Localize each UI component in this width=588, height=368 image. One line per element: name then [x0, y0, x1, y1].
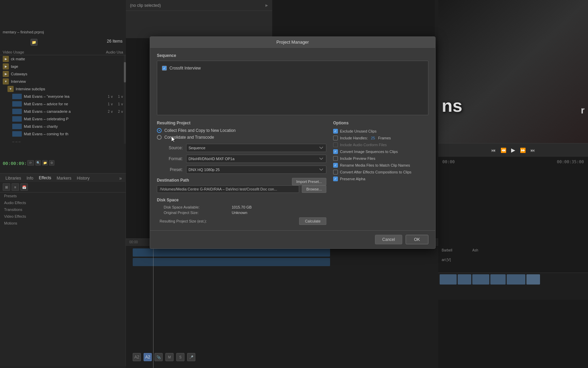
effects-list-item-video[interactable]: Video Effects: [0, 213, 126, 220]
opt-preserve-alpha: Preserve Alpha: [333, 177, 428, 181]
timeline-bottom-controls: A2 A2 📎 M S 🎤: [133, 353, 195, 361]
step-fwd-btn[interactable]: ⏩: [520, 148, 526, 153]
clip-item-advice[interactable]: Matt Evans – advice for ne 1 ∨ 1 ∨: [0, 100, 126, 108]
preset-row: Preset: DNX HQ 1080p 25: [157, 166, 326, 174]
folder-list: ▶ ck matte ▶ tage ▶ Cutaways ▼ Interview…: [0, 55, 126, 145]
folder-item-interview[interactable]: ▼ Interview: [0, 78, 126, 85]
format-row: Format: DNxHR/DNxHD MXF OP1a: [157, 155, 326, 163]
opt-handles-value: 25: [371, 136, 375, 140]
clip-label: Matt Evans – advice for ne: [24, 102, 103, 106]
opt-include-handles: Include Handles: 25 Frames: [333, 136, 428, 140]
original-size-label: Original Project Size:: [164, 211, 232, 215]
no-clip-arrow[interactable]: ▶: [265, 3, 268, 7]
step-back-btn[interactable]: ⏪: [501, 148, 506, 153]
effects-list-item-trans[interactable]: Transitions: [0, 206, 126, 213]
new-bin-icon[interactable]: 📁: [31, 39, 37, 46]
format-label: Format:: [162, 156, 186, 161]
timeline-btn-1[interactable]: ⟳: [27, 160, 34, 166]
opt-image-checkbox[interactable]: [333, 149, 338, 154]
playhead: [153, 246, 153, 368]
original-size-row: Original Project Size: Unknown: [157, 211, 326, 215]
clip-block: [526, 274, 540, 285]
tab-history[interactable]: History: [74, 174, 92, 183]
subfolder-item-subclips[interactable]: ▼ Interview subclips: [0, 85, 126, 93]
opt-image-label: Convert Image Sequences to Clips: [340, 150, 398, 154]
clip-block: [440, 274, 457, 285]
tab-effects[interactable]: Effects: [36, 173, 54, 183]
tab-markers[interactable]: Markers: [54, 174, 74, 183]
format-select[interactable]: DNxHR/DNxHD MXF OP1a: [186, 155, 326, 163]
disk-available-value: 1015.70 GB: [232, 205, 252, 209]
opt-alpha-checkbox[interactable]: [333, 177, 338, 181]
effects-list-item-audio[interactable]: Audio Effects: [0, 199, 126, 206]
opt-exclude-checkbox[interactable]: [333, 129, 338, 134]
dialog-body: Sequence Crossfit Interview Resulting Pr…: [150, 48, 435, 230]
folder-label: Cutaways: [11, 72, 27, 76]
panel-expand-btn[interactable]: »: [118, 174, 123, 182]
resulting-size-label: Resulting Project Size (est.):: [157, 219, 299, 223]
sequence-checkbox[interactable]: [162, 66, 167, 71]
dialog-two-col: Resulting Project Collect Files and Copy…: [157, 121, 428, 225]
scrollbar-thumb[interactable]: [124, 62, 126, 82]
clip-video-count: 1 ∨: [103, 102, 113, 106]
disk-available-row: Disk Space Available: 1015.70 GB: [157, 205, 326, 209]
options-title: Options: [333, 121, 428, 125]
clip-item-celebrating[interactable]: Matt Evans – celebrating P: [0, 115, 126, 123]
go-to-in-btn[interactable]: ⏮: [491, 148, 496, 153]
opt-handles-checkbox[interactable]: [333, 136, 338, 140]
opt-ae-checkbox[interactable]: [333, 170, 338, 174]
options-section: Options Exclude Unused Clips Include Han…: [333, 121, 428, 225]
transport-controls: ⏮ ⏪ ▶ ⏩ ⏭: [438, 143, 588, 157]
cancel-button[interactable]: Cancel: [375, 235, 402, 244]
clip-item-everyone[interactable]: Matt Evans – "everyone lea 1 ∨ 1 ∨: [0, 93, 126, 100]
go-to-out-btn[interactable]: ⏭: [530, 148, 535, 153]
opt-rename-checkbox[interactable]: [333, 163, 338, 168]
effects-list-item-motions[interactable]: Motions: [0, 220, 126, 227]
dest-path-row: /Volumes/Media Centre G-RAID/RAA – DaVin…: [157, 185, 326, 193]
tab-libraries[interactable]: Libraries: [3, 174, 24, 183]
video-text-overlay: ns: [442, 95, 462, 116]
radio-consolidate-circle[interactable]: [157, 135, 162, 140]
clip-audio-count: 2 ∨: [113, 110, 123, 113]
effects-btn-3[interactable]: 📅: [20, 183, 28, 191]
calculate-button[interactable]: Calculate: [299, 217, 326, 225]
opt-convert-image: Convert Image Sequences to Clips: [333, 149, 428, 154]
video-preview: ns r: [438, 0, 588, 143]
timeline-ctrl-s[interactable]: S: [176, 353, 184, 361]
opt-preview-checkbox[interactable]: [333, 156, 338, 161]
folder-icon: ▼: [7, 86, 14, 92]
tab-info[interactable]: Info: [24, 174, 36, 183]
clip-item-charity[interactable]: Matt Evans – charity: [0, 123, 126, 130]
clip-block: [507, 274, 525, 285]
timeline-btn-3[interactable]: 📁: [42, 160, 48, 166]
folder-item-blackmatte[interactable]: ▶ ck matte: [0, 55, 126, 63]
radio-collect-circle[interactable]: [157, 128, 162, 133]
clip-item-camaraderie[interactable]: Matt Evans – camaraderie a 2 ∨ 2 ∨: [0, 108, 126, 115]
clip-item-coming[interactable]: Matt Evans – coming for th: [0, 130, 126, 138]
effects-list-item-presets[interactable]: Presets: [0, 193, 126, 199]
play-btn[interactable]: ▶: [511, 147, 515, 153]
import-preset-button[interactable]: Import Preset...: [292, 178, 326, 185]
effects-btn-2[interactable]: ≡: [12, 183, 19, 191]
radio-consolidate[interactable]: Consolidate and Transcode: [157, 135, 326, 140]
timeline-ctrl-a2-active[interactable]: A2: [144, 353, 152, 361]
timeline-ctrl-a2[interactable]: A2: [133, 353, 141, 361]
timeline-ctrl-m[interactable]: M: [165, 353, 174, 361]
timeline-ctrl-mic[interactable]: 🎤: [187, 353, 195, 361]
timecode-in: 00:00: [442, 159, 455, 164]
timecode-display: 00:00:09:: [3, 161, 27, 166]
folder-icon: ▼: [3, 78, 9, 85]
timeline-ctrl-clip[interactable]: 📎: [154, 353, 163, 361]
radio-collect[interactable]: Collect Files and Copy to New Location: [157, 128, 326, 133]
timeline-btn-4[interactable]: ⚙: [49, 160, 54, 166]
timeline-btn-2[interactable]: 🔍: [35, 160, 41, 166]
clip-label: Matt Evans – coming for th: [24, 132, 123, 136]
source-select[interactable]: Sequence: [186, 144, 326, 152]
effects-btn-1[interactable]: ⊞: [3, 183, 10, 191]
preset-select[interactable]: DNX HQ 1080p 25: [186, 166, 326, 174]
folder-item-tage[interactable]: ▶ tage: [0, 63, 126, 70]
browse-button[interactable]: Browse...: [302, 185, 326, 193]
clip-label-ash: Ash: [472, 248, 478, 252]
ok-button[interactable]: OK: [406, 235, 428, 244]
folder-item-cutaways[interactable]: ▶ Cutaways: [0, 70, 126, 78]
